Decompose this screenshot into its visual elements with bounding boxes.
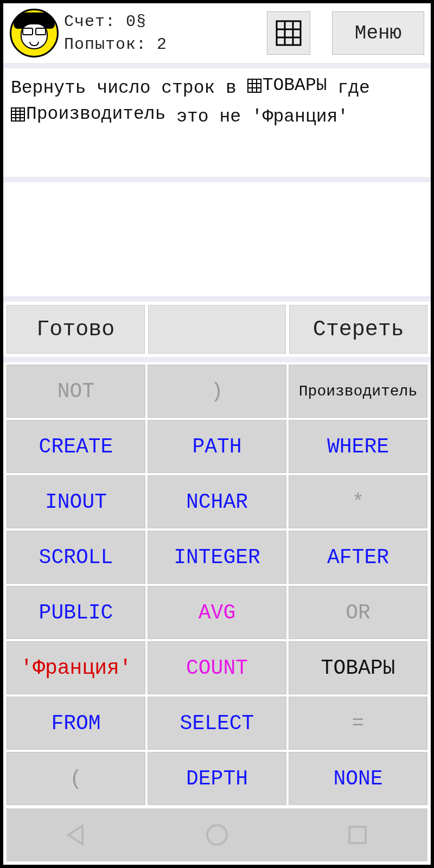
keyword-key[interactable]: FROM	[7, 697, 145, 750]
menu-button[interactable]: Меню	[332, 11, 424, 55]
square-recent-icon	[345, 822, 370, 847]
keyword-key[interactable]: PATH	[148, 420, 286, 473]
keyword-key[interactable]: NCHAR	[148, 475, 286, 528]
task-fragment: это не 'Франция'	[165, 107, 348, 127]
score-label: Счет:	[64, 12, 116, 31]
stats: Счет: 0§ Попыток: 2	[64, 10, 261, 56]
divider	[3, 357, 431, 362]
circle-home-icon	[205, 822, 229, 847]
svg-rect-18	[349, 827, 366, 843]
task-text: Вернуть число строк в ТОВАРЫ где Произво…	[3, 68, 431, 177]
keyword-key[interactable]: INOUT	[7, 475, 145, 528]
action-spacer	[148, 305, 286, 354]
query-workspace[interactable]	[3, 182, 431, 296]
keyword-key[interactable]: INTEGER	[148, 531, 286, 584]
table-icon	[247, 79, 261, 93]
svg-point-17	[207, 825, 227, 845]
keyword-key[interactable]: AFTER	[289, 531, 427, 584]
score-value: 0§	[126, 12, 146, 31]
task-fragment: где	[327, 78, 370, 98]
column-ref: Производитель	[11, 101, 165, 127]
svg-marker-16	[68, 826, 82, 844]
keyword-key[interactable]: WHERE	[289, 420, 427, 473]
keyword-key[interactable]: ТОВАРЫ	[289, 641, 427, 694]
attempts-value: 2	[157, 35, 167, 54]
task-column-name: Производитель	[26, 101, 165, 127]
keyword-key[interactable]: DEPTH	[148, 752, 286, 805]
column-icon	[11, 107, 25, 122]
avatar[interactable]	[10, 9, 59, 58]
action-row: Готово Стереть	[3, 302, 431, 357]
keyword-key[interactable]: SELECT	[148, 697, 286, 750]
erase-button[interactable]: Стереть	[289, 305, 427, 354]
task-fragment: Вернуть число строк в	[11, 78, 247, 98]
keyword-key[interactable]: )	[148, 365, 286, 418]
keyword-key[interactable]: *	[289, 475, 427, 528]
nav-home-button[interactable]	[205, 822, 229, 847]
keyword-key[interactable]: SCROLL	[7, 531, 145, 584]
header: Счет: 0§ Попыток: 2 Меню	[3, 3, 431, 63]
keyword-key[interactable]: CREATE	[7, 420, 145, 473]
keyword-key[interactable]: COUNT	[148, 641, 286, 694]
done-button[interactable]: Готово	[7, 305, 145, 354]
keyword-key[interactable]: PUBLIC	[7, 586, 145, 639]
system-nav-bar	[7, 808, 427, 861]
task-table-name: ТОВАРЫ	[263, 73, 327, 99]
keyword-key[interactable]: 'Франция'	[7, 641, 145, 694]
keyword-key[interactable]: NONE	[289, 752, 427, 805]
keyword-key[interactable]: =	[289, 697, 427, 750]
keyword-key[interactable]: Производитель	[289, 365, 427, 418]
table-view-button[interactable]	[267, 11, 310, 55]
keyword-key[interactable]: OR	[289, 586, 427, 639]
svg-rect-0	[277, 21, 301, 45]
keyword-key[interactable]: (	[7, 752, 145, 805]
keyword-grid: NOT)ПроизводительCREATEPATHWHEREINOUTNCH…	[3, 362, 431, 807]
keyword-key[interactable]: NOT	[7, 365, 145, 418]
divider	[3, 296, 431, 302]
divider	[3, 177, 431, 182]
svg-rect-5	[248, 79, 261, 92]
grid-icon	[276, 20, 302, 46]
nav-back-button[interactable]	[64, 822, 89, 847]
attempts-label: Попыток:	[64, 35, 146, 54]
divider	[3, 63, 431, 68]
keyword-key[interactable]: AVG	[148, 586, 286, 639]
table-ref: ТОВАРЫ	[247, 73, 327, 99]
nav-recent-button[interactable]	[345, 822, 370, 847]
triangle-back-icon	[64, 822, 89, 847]
